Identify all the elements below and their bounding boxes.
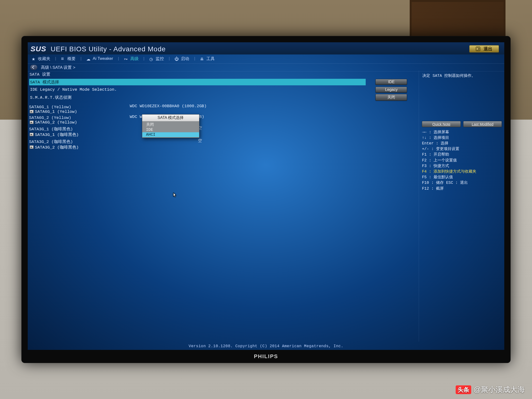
tool-icon — [200, 57, 204, 61]
menu-advanced[interactable]: 高级 — [122, 55, 141, 62]
setting-label: S.M.A.R.T.状态侦测 — [29, 94, 366, 101]
key-hint: ↑↓ : 选择项目 — [422, 135, 502, 141]
help-description: 决定 SATA 控制器如何操作。 — [422, 72, 502, 121]
expand-icon — [30, 133, 34, 136]
menu-tool[interactable]: 工具 — [198, 55, 217, 62]
key-help: →← : 选择屏幕 ↑↓ : 选择项目 Enter : 选择 +/- : 变更项… — [422, 130, 502, 192]
key-hint: F1 : 开启帮助 — [422, 152, 502, 158]
key-hint: →← : 选择屏幕 — [422, 130, 502, 135]
popup-body: 关闭 IDE AHCI — [142, 121, 199, 138]
device-sub-label: SATA6G_2 (Yellow) — [35, 120, 77, 125]
exit-icon — [476, 47, 480, 51]
key-hint: F3 : 快捷方式 — [422, 163, 502, 169]
setting-row-ide-mode[interactable]: IDE Legacy / Native Mode Selection. Lega… — [28, 86, 419, 93]
device-port: SATA3G_2 (咖啡黑色) — [29, 139, 417, 144]
help-pane: 决定 SATA 控制器如何操作。 Quick Note Last Modifie… — [419, 71, 504, 342]
menu-label: 收藏夹 — [38, 56, 50, 62]
device-group: SATA6G_2 (Yellow) SATA6G_2 (Yellow) WDC … — [28, 115, 419, 125]
watermark: 头条 @聚小溪成大海 — [456, 385, 525, 395]
device-value: WDC WD10EZEX-00BBHA0 (1000.2GB) — [130, 104, 208, 108]
power-icon — [175, 57, 179, 61]
setting-label: SATA 模式选择 — [29, 79, 366, 85]
menu-monitor[interactable]: 监控 — [147, 55, 166, 62]
list-icon — [61, 57, 65, 61]
menu-main[interactable]: 概要 — [59, 55, 78, 62]
device-sub-row[interactable]: SATA3G_2 (咖啡黑色) — [29, 144, 417, 150]
watermark-text: @聚小溪成大海 — [474, 385, 525, 395]
key-hint-highlight: F4 : 添加到快捷方式与收藏夹 — [422, 169, 502, 175]
setting-value-button[interactable]: 关闭 — [375, 94, 407, 101]
page-title: UEFI BIOS Utility - Advanced Mode — [51, 45, 166, 53]
logo-title-group: SUS UEFI BIOS Utility - Advanced Mode — [31, 45, 166, 53]
menu-label: 概要 — [67, 56, 76, 62]
mouse-cursor-icon — [173, 193, 177, 197]
menu-ai-tweaker[interactable]: Ai Tweaker — [84, 56, 115, 62]
device-value: 空 — [198, 125, 208, 131]
device-value: 空 — [198, 138, 208, 143]
section-title: SATA 设置 — [28, 71, 419, 78]
menu-label: 高级 — [130, 56, 139, 62]
key-hint: F12 : 截屏 — [422, 186, 502, 192]
device-group: SATA3G_1 (咖啡黑色) SATA3G_1 (咖啡黑色) 空 — [28, 125, 419, 138]
device-value-suffix: B) — [199, 115, 204, 119]
menu-bar: 收藏夹 | 概要 | Ai Tweaker | 高级 | 监控 | 启动 | — [28, 54, 505, 64]
setting-row-smart[interactable]: S.M.A.R.T.状态侦测 关闭 — [28, 93, 419, 101]
expand-icon — [30, 110, 34, 113]
device-port: SATA6G_1 (Yellow) — [29, 105, 417, 109]
setting-value-button[interactable]: IDE — [375, 79, 407, 85]
device-sub-label: SATA3G_2 (咖啡黑色) — [35, 144, 79, 150]
lock-icon — [124, 57, 128, 61]
version-footer: Version 2.10.1208. Copyright (C) 2014 Am… — [28, 344, 505, 348]
watermark-badge: 头条 — [456, 385, 471, 394]
back-button[interactable] — [30, 65, 37, 70]
exit-label: 退出 — [484, 46, 492, 52]
gauge-icon — [149, 57, 154, 61]
device-group: SATA6G_1 (Yellow) SATA6G_1 (Yellow) WDC … — [28, 104, 419, 115]
key-hint: +/- : 变更项目设置 — [422, 146, 502, 152]
menu-label: 工具 — [206, 56, 215, 62]
menu-favorites[interactable]: 收藏夹 — [30, 55, 52, 62]
popup-option-ide[interactable]: IDE — [142, 127, 199, 132]
body: SATA 设置 SATA 模式选择 IDE IDE Legacy / Nativ… — [28, 71, 505, 342]
device-port: SATA3G_1 (咖啡黑色) — [29, 126, 417, 132]
monitor-bezel: SUS UEFI BIOS Utility - Advanced Mode 退出… — [21, 36, 511, 363]
key-hint: F2 : 上一个设置值 — [422, 158, 502, 163]
setting-label: IDE Legacy / Native Mode Selection. — [29, 87, 366, 92]
device-sub-row[interactable]: SATA3G_1 (咖啡黑色) — [29, 132, 417, 137]
expand-icon — [30, 145, 34, 149]
key-hint: F5 : 最佳默认值 — [422, 175, 502, 180]
last-modified-button[interactable]: Last Modified — [463, 121, 502, 127]
title-bar: SUS UEFI BIOS Utility - Advanced Mode 退出 — [28, 42, 505, 54]
device-group: SATA3G_2 (咖啡黑色) SATA3G_2 (咖啡黑色) 空 — [28, 138, 419, 151]
side-buttons: Quick Note Last Modified — [422, 121, 502, 127]
device-sub-row[interactable]: SATA6G_2 (Yellow) — [29, 120, 417, 125]
key-hint: Enter : 选择 — [422, 141, 502, 146]
popup-title: SATA 模式选择 — [142, 115, 199, 121]
sata-mode-popup: SATA 模式选择 关闭 IDE AHCI — [142, 114, 199, 138]
menu-label: Ai Tweaker — [93, 56, 113, 61]
popup-option-off[interactable]: 关闭 — [142, 122, 199, 127]
exit-button[interactable]: 退出 — [469, 45, 499, 53]
brand-logo: SUS — [31, 45, 46, 53]
bios-screen: SUS UEFI BIOS Utility - Advanced Mode 退出… — [28, 42, 505, 350]
popup-option-ahci[interactable]: AHCI — [142, 132, 199, 137]
device-sub-row[interactable]: SATA6G_1 (Yellow) — [29, 109, 417, 114]
setting-value-button[interactable]: Legacy — [375, 87, 407, 93]
setting-row-sata-mode[interactable]: SATA 模式选择 IDE — [28, 78, 419, 86]
menu-label: 监控 — [156, 56, 164, 62]
menu-boot[interactable]: 启动 — [173, 55, 191, 62]
menu-label: 启动 — [181, 56, 189, 62]
device-port: SATA6G_2 (Yellow) — [29, 115, 417, 120]
expand-icon — [30, 121, 34, 124]
breadcrumb: 高级 \ SATA 设置 > — [41, 65, 75, 70]
monitor-brand-label: PHILIPS — [254, 353, 278, 360]
cloud-icon — [86, 57, 91, 61]
device-sub-label: SATA6G_1 (Yellow) — [35, 109, 77, 114]
quick-note-button[interactable]: Quick Note — [422, 121, 461, 127]
device-sub-label: SATA3G_1 (咖啡黑色) — [35, 132, 79, 137]
star-icon — [32, 57, 36, 61]
settings-pane: SATA 设置 SATA 模式选择 IDE IDE Legacy / Nativ… — [28, 71, 419, 342]
key-hint: F10 : 储存 ESC : 退出 — [422, 180, 502, 186]
